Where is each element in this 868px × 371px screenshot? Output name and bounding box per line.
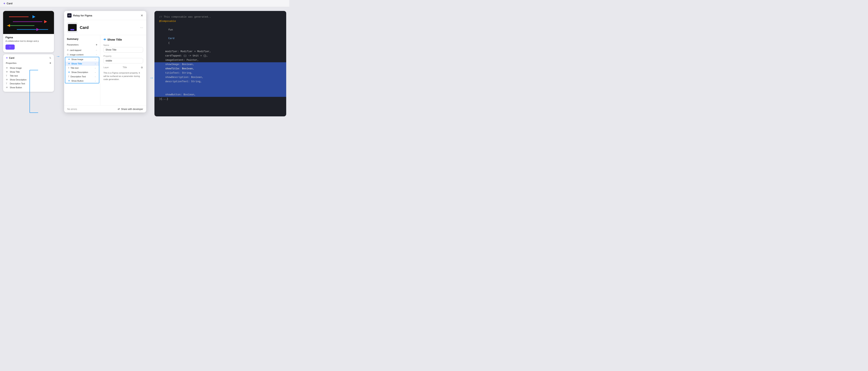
prop-show-description-label: Show Description: [10, 78, 27, 81]
detail-section-title: 👁 Show Title: [103, 38, 143, 41]
params-label: Parameters: [67, 43, 79, 46]
param-description-text[interactable]: T Description Text →: [65, 74, 99, 79]
app-title: Card: [7, 2, 12, 5]
left-to-modal-arrow: →: [56, 54, 60, 59]
param-show-image[interactable]: 👁 Show Image →: [65, 57, 99, 62]
code-fun-line: fun Card (: [159, 24, 281, 49]
param-show-description-label: Show Description: [71, 71, 88, 73]
prop-description-text-label: Description Text: [10, 82, 25, 85]
eye-icon-show-btn: 👁: [68, 80, 70, 82]
param-image-content-label: image-content: [70, 54, 84, 56]
param-title-text[interactable]: T Title text →: [65, 66, 99, 70]
layer-value: Title: [123, 66, 127, 69]
plugin-name: Relay for Figma: [73, 14, 92, 17]
modal-footer: No errors ⇄ Share with developer: [64, 105, 146, 112]
relay-modal: </> Relay for Figma ✕ Card ⋯ Summary Par…: [64, 11, 146, 112]
param-show-description[interactable]: 👁 Show Description →: [65, 70, 99, 74]
param-show-button[interactable]: 👁 Show Button →: [65, 79, 99, 83]
eye-icon-1: 👁: [6, 67, 9, 69]
target-icon[interactable]: ⊕: [141, 66, 143, 69]
prop-title-text[interactable]: T Title text: [6, 74, 51, 78]
prop-show-button[interactable]: 👁 Show Button: [6, 86, 51, 90]
arrow-icon-8: →: [94, 80, 96, 82]
component-name: Card: [80, 25, 140, 30]
arrow-icon-5: →: [94, 67, 96, 69]
text-icon-1: T: [6, 75, 9, 77]
svg-marker-4: [32, 15, 35, 19]
no-errors-text: No errors: [67, 108, 77, 110]
open-paren: (: [168, 41, 170, 44]
modal-logo: </> Relay for Figma: [67, 13, 92, 18]
prop-show-description[interactable]: 👁 Show Description: [6, 78, 51, 81]
text-icon-desc: T: [68, 75, 69, 78]
code-panel: // This composable was generated.. @Comp…: [154, 11, 286, 116]
arrow-icon-1: →: [95, 49, 97, 51]
param-card-tapped-label: card-tapped: [70, 49, 81, 52]
code-line-cardtapped: cardTapped: () -> Unit = {},: [159, 54, 281, 58]
summary-sidebar: Summary Parameters + ⊘ card-tapped → ⊡ i…: [64, 35, 100, 105]
param-show-title-label: Show Title: [71, 63, 82, 65]
prop-show-title-label: Show Title: [10, 71, 20, 73]
code-line-showbutton: showButton: Boolean,: [154, 93, 286, 97]
figma-heart-button[interactable]: ♡: [5, 44, 15, 49]
figma-source-desc: A collaborative tool to design and p: [5, 40, 52, 42]
svg-marker-7: [7, 24, 10, 27]
code-brackets-icon: </>: [68, 14, 70, 16]
heart-icon: ♡: [9, 46, 11, 48]
property-value-text: visible: [105, 59, 112, 62]
code-annotation: @Composable: [159, 19, 281, 24]
prop-show-title[interactable]: 👁 Show Title: [6, 70, 51, 74]
figma-source-name: Figma: [5, 36, 52, 39]
class-name: Card: [168, 37, 175, 40]
param-card-tapped[interactable]: ⊘ card-tapped →: [64, 48, 100, 52]
text-icon-2: T: [6, 82, 9, 85]
properties-add-icon[interactable]: +: [50, 61, 51, 65]
relay-star-icon: ✦: [3, 2, 5, 5]
param-title-text-label: Title text: [70, 67, 79, 69]
code-line-modifier: modifier: Modifier = Modifier,: [159, 49, 281, 54]
detail-eye-icon: 👁: [103, 38, 106, 41]
component-thumbnail: [67, 23, 78, 33]
prop-show-button-label: Show Button: [10, 86, 22, 89]
detail-property-row: Property visible: [103, 55, 143, 63]
panel-title-row: ✦ Card: [6, 57, 14, 59]
eye-icon-show-desc: 👁: [68, 71, 70, 73]
thumb-inner: [68, 24, 76, 31]
eye-icon-4: 👁: [6, 86, 9, 89]
arrow-icon-6: →: [94, 71, 96, 73]
prop-description-text[interactable]: T Description Text: [6, 81, 51, 86]
code-line-showtitle: showTitle: Boolean,: [154, 67, 286, 71]
arrow-icon-4: →: [94, 63, 96, 65]
modal-close-button[interactable]: ✕: [141, 14, 143, 18]
code-line-titletext: titleText: String,: [154, 71, 286, 75]
properties-label: Properties +: [6, 61, 51, 65]
top-bar: ✦ Card: [0, 0, 289, 7]
modal-body: Summary Parameters + ⊘ card-tapped → ⊡ i…: [64, 35, 146, 105]
eye-icon-show-image: 👁: [68, 58, 70, 61]
param-image-content[interactable]: ⊡ image-content →: [64, 52, 100, 57]
text-icon-title: T: [68, 67, 69, 69]
param-show-title[interactable]: 👁 Show Title →: [65, 62, 99, 66]
code-line-showdescription: showDescription: Boolean,: [154, 75, 286, 79]
code-line-close: ){...}: [159, 97, 281, 101]
code-line-showimage: showImage: Boolean,: [154, 62, 286, 67]
name-input[interactable]: [103, 47, 143, 53]
arrow-icon-7: →: [94, 75, 96, 78]
app-logo: ✦ Card: [3, 2, 12, 5]
sort-icon[interactable]: ⇅: [49, 57, 51, 59]
detail-name-row: Name: [103, 44, 143, 53]
link-icon: ⊘: [67, 49, 69, 52]
component-menu-icon[interactable]: ⋯: [140, 26, 143, 30]
name-label: Name: [103, 44, 143, 46]
code-line-descriptiontext: descriptionText: String, →: [154, 79, 286, 92]
figma-preview-body: Figma A collaborative tool to design and…: [3, 34, 54, 52]
prop-show-image[interactable]: 👁 Show Image: [6, 66, 51, 70]
param-description-text-label: Description Text: [70, 75, 86, 78]
code-line-imagecontent: imageContent: Painter,: [159, 58, 281, 62]
param-show-button-label: Show Button: [71, 80, 84, 82]
param-show-image-label: Show Image: [71, 58, 83, 61]
left-panel: Figma A collaborative tool to design and…: [3, 11, 54, 92]
share-button[interactable]: ⇄ Share with developer: [118, 108, 143, 110]
figma-preview-card: Figma A collaborative tool to design and…: [3, 11, 54, 52]
params-add-button[interactable]: +: [96, 43, 97, 46]
